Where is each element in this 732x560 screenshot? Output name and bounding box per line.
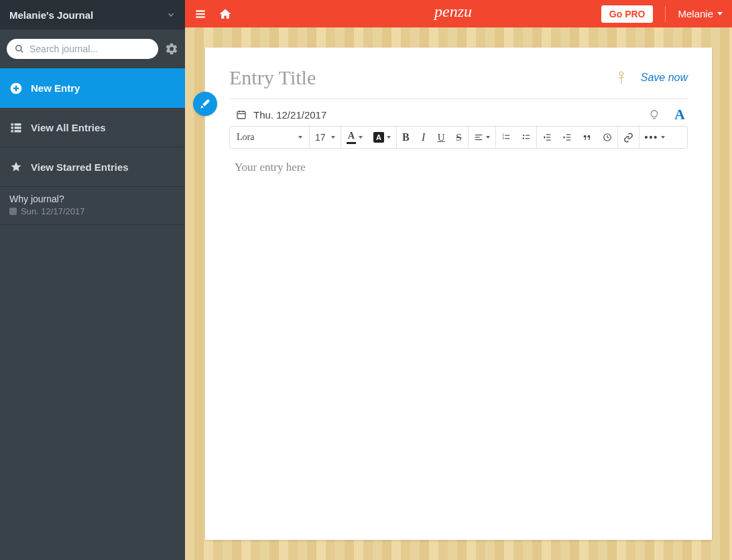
entry-date: Sun. 12/17/2017 [9, 206, 176, 216]
svg-rect-6 [11, 127, 13, 129]
svg-rect-10 [15, 130, 21, 132]
outdent-button[interactable] [537, 127, 557, 148]
svg-rect-7 [11, 130, 13, 132]
align-button[interactable] [469, 127, 495, 148]
brand-logo[interactable]: penzu [434, 3, 472, 21]
svg-line-1 [21, 50, 23, 53]
sidebar-item-view-all[interactable]: View All Entries [0, 108, 185, 147]
search-box[interactable] [7, 39, 158, 59]
font-family-select[interactable]: Lora [230, 127, 309, 148]
topbar: penzu Go PRO Melanie [185, 0, 732, 27]
customize-button[interactable] [193, 92, 217, 116]
save-now-link[interactable]: Save now [641, 72, 688, 84]
star-icon [9, 161, 23, 173]
text-color-button[interactable]: A [341, 127, 368, 148]
svg-text:2: 2 [502, 137, 504, 140]
indent-button[interactable] [557, 127, 577, 148]
insert-time-button[interactable] [597, 127, 617, 148]
sidebar-item-view-starred[interactable]: View Starred Entries [0, 147, 185, 187]
plus-circle-icon [9, 82, 23, 95]
svg-rect-8 [15, 123, 21, 125]
desk-background: Save now Thu. 12/21/2017 A [185, 27, 732, 560]
entry-status-icon [9, 208, 17, 215]
svg-point-15 [619, 72, 623, 76]
more-tools-button[interactable]: ••• [639, 127, 671, 148]
svg-marker-36 [543, 136, 544, 139]
editor-paper: Save now Thu. 12/21/2017 A [205, 48, 712, 540]
go-pro-button[interactable]: Go PRO [601, 5, 654, 23]
editor-toolbar: Lora 17 A A [229, 126, 688, 149]
font-settings-button[interactable]: A [674, 106, 685, 123]
sidebar-item-label: View All Entries [31, 122, 106, 133]
caret-down-icon [486, 136, 490, 139]
main-area: penzu Go PRO Melanie Save now [185, 0, 732, 560]
user-menu[interactable]: Melanie [665, 6, 723, 22]
svg-rect-18 [237, 111, 245, 119]
pin-icon[interactable] [617, 71, 626, 84]
journal-selector[interactable]: Melanie's Journal [0, 0, 185, 29]
list-icon [9, 121, 23, 134]
strikethrough-button[interactable]: S [450, 127, 468, 148]
highlight-color-button[interactable]: A [368, 127, 396, 148]
underline-button[interactable]: U [432, 127, 450, 148]
search-row [0, 29, 185, 68]
caret-down-icon [298, 136, 302, 139]
date-picker[interactable]: Thu. 12/21/2017 [229, 109, 326, 121]
entry-title: Why journal? [9, 194, 176, 204]
blockquote-button[interactable] [577, 127, 597, 148]
entry-list-item[interactable]: Why journal? Sun. 12/17/2017 [0, 187, 185, 225]
insert-link-button[interactable] [618, 127, 639, 148]
bold-button[interactable]: B [397, 127, 415, 148]
settings-button[interactable] [165, 42, 178, 56]
sidebar-item-label: View Starred Entries [31, 161, 129, 173]
menu-button[interactable] [194, 8, 206, 20]
chevron-down-icon [166, 10, 176, 19]
svg-point-30 [522, 138, 524, 139]
svg-rect-9 [15, 127, 21, 129]
svg-marker-40 [563, 136, 564, 139]
svg-point-29 [522, 135, 524, 136]
caret-down-icon [661, 136, 665, 139]
journal-title: Melanie's Journal [9, 9, 93, 21]
sidebar-item-label: New Entry [31, 82, 80, 94]
home-button[interactable] [219, 7, 232, 21]
editor-placeholder: Your entry here [235, 161, 306, 173]
ordered-list-button[interactable]: 12 [496, 127, 516, 148]
prompt-button[interactable] [649, 109, 660, 120]
font-size-select[interactable]: 17 [310, 127, 341, 148]
entry-date-text: Thu. 12/21/2017 [253, 109, 326, 121]
svg-rect-5 [11, 123, 13, 125]
sidebar-item-new-entry[interactable]: New Entry [0, 68, 185, 108]
calendar-icon [236, 109, 247, 120]
caret-down-icon [717, 12, 723, 15]
search-input[interactable] [29, 44, 150, 54]
svg-marker-11 [11, 162, 21, 171]
caret-down-icon [387, 136, 391, 139]
svg-point-0 [16, 46, 21, 51]
caret-down-icon [331, 136, 335, 139]
search-icon [15, 44, 24, 54]
caret-down-icon [359, 136, 363, 139]
unordered-list-button[interactable] [516, 127, 536, 148]
italic-button[interactable]: I [415, 127, 432, 148]
entry-title-input[interactable] [229, 66, 617, 89]
user-name: Melanie [678, 8, 713, 19]
sidebar: Melanie's Journal New Entry View All Ent… [0, 0, 185, 560]
editor-body[interactable]: Your entry here [229, 149, 688, 521]
